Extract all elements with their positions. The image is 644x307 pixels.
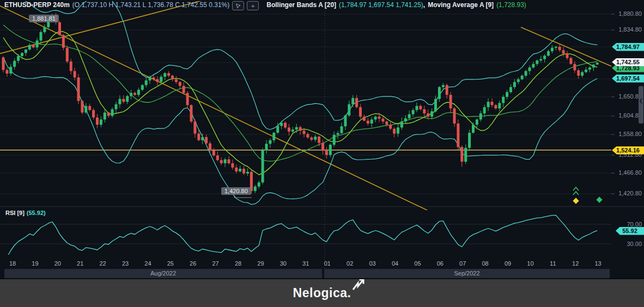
swing-high-label: 1,881.81 bbox=[29, 15, 59, 22]
date-label-sep-13: 13 bbox=[591, 260, 605, 267]
add-indicator-button[interactable]: + bbox=[247, 1, 259, 10]
month-bar-aug[interactable]: Aug/2022 bbox=[4, 269, 322, 278]
plus-icon: + bbox=[251, 2, 254, 10]
date-label-aug-30: 30 bbox=[276, 260, 290, 267]
price-axis-tick: 1,466.80 bbox=[611, 169, 642, 176]
date-label-sep-07: 07 bbox=[455, 260, 470, 267]
date-label-sep-02: 02 bbox=[343, 260, 357, 267]
date-label-sep-06: 06 bbox=[433, 260, 447, 267]
scrollbar-collapse-icon: ❮ bbox=[639, 98, 643, 103]
date-label-sep-03: 03 bbox=[366, 260, 380, 267]
date-label-aug-29: 29 bbox=[253, 260, 268, 267]
price-badge-bb-lower: 1,697.54 bbox=[612, 75, 644, 83]
price-axis-tick: 1,604.80 bbox=[611, 112, 642, 119]
platform-footer: Nelogica. bbox=[0, 279, 644, 307]
date-label-aug-21: 21 bbox=[73, 260, 87, 267]
price-axis-scrollbar[interactable]: ❮ bbox=[639, 86, 643, 124]
rsi-value: (55.92) bbox=[27, 210, 46, 216]
rsi-level-label: 30.00 bbox=[611, 241, 642, 247]
price-axis-tick: 1,880.80 bbox=[611, 10, 642, 17]
rsi-indicator-label: RSI [9](55.92) bbox=[5, 210, 46, 216]
price-axis-tick: 1,558.80 bbox=[611, 131, 642, 137]
price-axis-tick: 1,420.80 bbox=[611, 190, 642, 197]
price-badge-hline: 1,524.16 bbox=[612, 146, 644, 155]
date-label-aug-27: 27 bbox=[209, 260, 223, 267]
date-label-aug-25: 25 bbox=[163, 260, 178, 267]
month-bar-sep[interactable]: Sep/2022 bbox=[324, 269, 610, 278]
date-label-sep-12: 12 bbox=[568, 260, 582, 267]
price-badge-last-price: 1,742.55 bbox=[612, 58, 644, 66]
date-label-sep-09: 09 bbox=[501, 260, 515, 267]
cursor-arrow-icon bbox=[235, 3, 241, 9]
date-label-sep-04: 04 bbox=[388, 260, 402, 267]
rsi-value-badge: 55.92 bbox=[616, 227, 644, 235]
date-label-aug-19: 19 bbox=[28, 260, 42, 267]
price-badge-bb-upper: 1,784.97 bbox=[612, 43, 644, 51]
price-chart-canvas[interactable] bbox=[0, 0, 644, 279]
nelogica-arrow-icon bbox=[352, 279, 365, 290]
rsi-level-label: 70.00 bbox=[611, 221, 642, 228]
trading-platform-window: ETHUSD-PERP 240m (O 1,737.10 H 1,743.21 … bbox=[0, 0, 644, 307]
date-label-sep-01: 01 bbox=[320, 260, 335, 267]
date-label-aug-26: 26 bbox=[186, 260, 200, 267]
date-label-aug-18: 18 bbox=[5, 260, 20, 267]
price-axis-tick: 1,650.80 bbox=[611, 93, 642, 100]
date-label-aug-24: 24 bbox=[141, 260, 155, 267]
nelogica-logo: Nelogica. bbox=[293, 286, 351, 300]
date-label-aug-28: 28 bbox=[231, 260, 245, 267]
date-label-sep-05: 05 bbox=[410, 260, 424, 267]
date-label-aug-22: 22 bbox=[96, 260, 110, 267]
date-label-aug-23: 23 bbox=[118, 260, 132, 267]
price-axis-tick: 1,834.80 bbox=[611, 26, 642, 33]
date-label-aug-31: 31 bbox=[299, 260, 313, 267]
cursor-tool-button[interactable] bbox=[232, 1, 244, 10]
date-label-aug-20: 20 bbox=[51, 260, 65, 267]
swing-low-label: 1,420.80 bbox=[221, 187, 251, 195]
date-label-sep-08: 08 bbox=[478, 260, 493, 267]
date-label-sep-10: 10 bbox=[523, 260, 537, 267]
rsi-label: RSI [9] bbox=[5, 210, 25, 216]
date-label-sep-11: 11 bbox=[546, 260, 560, 267]
brand-name: Nelogica. bbox=[293, 286, 351, 300]
